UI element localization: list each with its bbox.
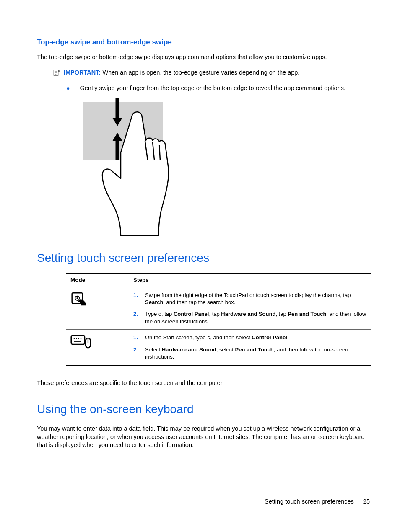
preferences-note: These preferences are specific to the to… [37,379,371,387]
step-text: Type c, tap Control Panel, tap Hardware … [145,310,371,325]
svg-point-8 [76,297,78,299]
step-item: 1.Swipe from the right edge of the Touch… [133,292,371,306]
bullet-text: Gently swipe your finger from the top ed… [80,84,345,93]
step-number: 1. [133,292,139,306]
svg-point-13 [81,338,82,339]
steps-cell: 1.Swipe from the right edge of the Touch… [133,292,371,325]
page-footer: Setting touch screen preferences 25 [265,498,370,506]
header-steps: Steps [133,276,371,284]
svg-point-11 [76,338,77,339]
table-header-row: Mode Steps [66,274,371,287]
keyboard-mouse-icon [70,334,133,360]
important-body-text: When an app is open, the top-edge gestur… [102,69,299,76]
note-icon [53,69,60,77]
heading-onscreen-keyboard: Using the on-screen keyboard [37,401,371,417]
heading-top-edge-swipe: Top-edge swipe and bottom-edge swipe [37,38,371,47]
important-text: IMPORTANT: When an app is open, the top-… [64,69,299,77]
bullet-dot-icon: ● [66,84,70,93]
step-number: 1. [133,334,139,341]
footer-section-title: Setting touch screen preferences [265,498,354,505]
step-number: 2. [133,310,139,325]
header-mode: Mode [70,276,133,284]
step-item: 1.On the Start screen, type c, and then … [133,334,371,341]
step-text: Swipe from the right edge of the TouchPa… [145,292,371,306]
steps-cell: 1.On the Start screen, type c, and then … [133,334,371,360]
table-row: 1.On the Start screen, type c, and then … [66,329,371,364]
keyboard-paragraph: You may want to enter data into a data f… [37,425,371,449]
important-label: IMPORTANT: [64,69,101,76]
intro-paragraph: The top-edge swipe or bottom-edge swipe … [37,53,371,62]
important-callout: IMPORTANT: When an app is open, the top-… [53,67,371,80]
preferences-table: Mode Steps 1.Swipe from the right edge o… [66,273,371,365]
heading-setting-preferences: Setting touch screen preferences [37,250,371,266]
table-row: 1.Swipe from the right edge of the Touch… [66,287,371,330]
svg-rect-14 [74,341,81,342]
step-text: On the Start screen, type c, and then se… [145,334,289,341]
svg-rect-9 [71,336,85,344]
bullet-item: ● Gently swipe your finger from the top … [66,84,371,93]
document-page: Top-edge swipe and bottom-edge swipe The… [0,0,400,532]
step-text: Select Hardware and Sound, select Pen an… [145,346,371,361]
svg-point-10 [74,338,75,339]
step-number: 2. [133,346,139,361]
step-item: 2.Select Hardware and Sound, select Pen … [133,346,371,361]
swipe-illustration [83,98,371,236]
page-number: 25 [363,498,370,505]
svg-point-12 [78,338,79,339]
step-item: 2.Type c, tap Control Panel, tap Hardwar… [133,310,371,325]
touch-icon [70,292,133,325]
